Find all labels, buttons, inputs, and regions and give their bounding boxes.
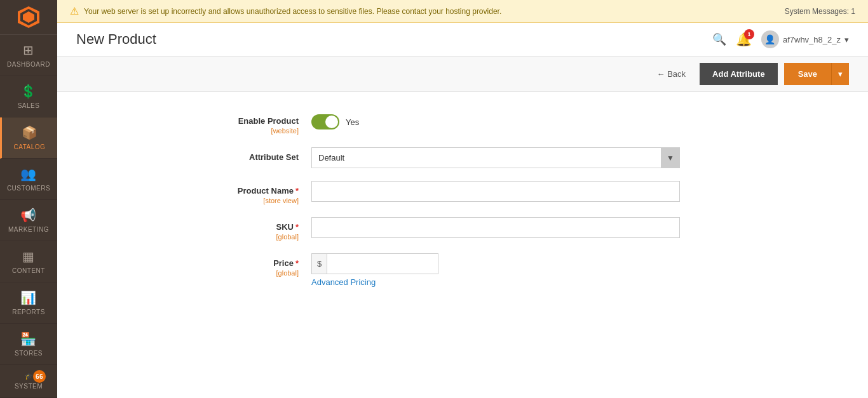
price-currency-symbol: $ — [312, 254, 327, 274]
enable-product-control: Yes — [311, 111, 756, 129]
enable-product-toggle[interactable] — [311, 114, 339, 129]
sidebar-item-label: SYSTEM — [15, 383, 43, 390]
user-avatar: 👤 — [761, 30, 779, 48]
sidebar-item-stores[interactable]: 🏪 STORES — [0, 324, 57, 365]
system-messages-link[interactable]: System Messages: 1 — [785, 7, 855, 16]
price-row: Price* [global] $ Advanced Pricing — [184, 253, 756, 287]
product-name-label-group: Product Name* [store view] — [184, 181, 311, 204]
user-dropdown-icon: ▾ — [844, 35, 849, 44]
sales-icon: 💲 — [20, 84, 37, 99]
enable-product-label: Enable Product — [238, 116, 299, 126]
sidebar-item-sales[interactable]: 💲 SALES — [0, 76, 57, 117]
sku-row: SKU* [global] — [184, 217, 756, 241]
product-name-required: * — [295, 186, 299, 196]
sidebar-item-label: DASHBOARD — [7, 61, 50, 68]
sku-input[interactable] — [311, 217, 680, 238]
sku-required: * — [295, 222, 299, 232]
product-form: Enable Product [website] Yes Attribu — [57, 92, 868, 398]
toggle-row: Yes — [311, 111, 756, 129]
sidebar-item-content[interactable]: ▦ CONTENT — [0, 241, 57, 282]
product-name-control — [311, 181, 756, 202]
price-label: Price* — [273, 258, 299, 268]
sidebar-item-system[interactable]: 66 🎓 SYSTEM — [0, 365, 57, 398]
product-name-input[interactable] — [311, 181, 680, 202]
price-input-wrap: $ — [311, 253, 438, 274]
alert-bar: ⚠ Your web server is set up incorrectly … — [57, 0, 868, 23]
user-name: af7whv_h8_2_z — [783, 35, 841, 44]
sidebar-item-reports[interactable]: 📊 REPORTS — [0, 282, 57, 324]
enable-product-sublabel: [website] — [184, 127, 299, 135]
customers-icon: 👥 — [20, 166, 37, 182]
back-button[interactable]: ← Back — [649, 64, 694, 84]
add-attribute-button[interactable]: Add Attribute — [700, 63, 778, 85]
sku-label: SKU* — [276, 222, 299, 232]
sidebar-item-customers[interactable]: 👥 CUSTOMERS — [0, 159, 57, 200]
product-name-sublabel: [store view] — [184, 197, 299, 204]
content-icon: ▦ — [22, 249, 35, 264]
sidebar-item-label: MARKETING — [8, 226, 49, 233]
sidebar-item-catalog[interactable]: 📦 CATALOG — [0, 117, 57, 159]
top-header: New Product 🔍 🔔 1 👤 af7whv_h8_2_z ▾ — [57, 23, 868, 56]
product-name-label: Product Name* — [238, 186, 299, 196]
toggle-yes-label: Yes — [346, 117, 359, 127]
save-dropdown-icon: ▾ — [838, 69, 843, 79]
catalog-icon: 📦 — [22, 125, 38, 140]
sku-sublabel: [global] — [184, 233, 299, 241]
warning-icon: ⚠ — [70, 5, 79, 17]
dashboard-icon: ⊞ — [23, 43, 34, 58]
system-icon: 🎓 — [25, 373, 33, 380]
marketing-icon: 📢 — [20, 208, 37, 223]
sku-control — [311, 217, 756, 238]
sku-label-group: SKU* [global] — [184, 217, 311, 241]
system-messages-anchor[interactable]: System Messages: 1 — [785, 7, 855, 16]
main-content: ⚠ Your web server is set up incorrectly … — [57, 0, 868, 398]
attribute-set-select-wrap: Default ▼ — [311, 147, 680, 168]
enable-product-row: Enable Product [website] Yes — [184, 111, 756, 135]
alert-message: Your web server is set up incorrectly an… — [84, 7, 501, 16]
search-button[interactable]: 🔍 — [712, 32, 726, 46]
advanced-pricing-link[interactable]: Advanced Pricing — [311, 277, 756, 287]
sidebar-item-label: CONTENT — [12, 267, 45, 274]
notification-badge: 1 — [744, 29, 754, 39]
attribute-set-control: Default ▼ — [311, 147, 756, 168]
attribute-set-row: Attribute Set Default ▼ — [184, 147, 756, 168]
user-menu[interactable]: 👤 af7whv_h8_2_z ▾ — [761, 30, 849, 48]
save-dropdown-button[interactable]: ▾ — [831, 63, 849, 85]
sidebar-item-label: CUSTOMERS — [7, 185, 50, 192]
sidebar-item-label: CATALOG — [14, 143, 46, 150]
sidebar-item-label: REPORTS — [12, 308, 45, 315]
reports-icon: 📊 — [20, 290, 37, 305]
enable-product-label-group: Enable Product [website] — [184, 111, 311, 135]
action-bar: ← Back Add Attribute Save ▾ — [57, 56, 868, 92]
alert-left: ⚠ Your web server is set up incorrectly … — [70, 5, 501, 17]
sidebar: ⊞ DASHBOARD 💲 SALES 📦 CATALOG 👥 CUSTOMER… — [0, 0, 57, 398]
header-actions: 🔍 🔔 1 👤 af7whv_h8_2_z ▾ — [712, 30, 849, 48]
toggle-slider — [311, 114, 339, 129]
save-button-group: Save ▾ — [784, 63, 849, 85]
attribute-set-label: Attribute Set — [249, 152, 299, 162]
sidebar-item-label: STORES — [15, 350, 43, 357]
sidebar-item-marketing[interactable]: 📢 MARKETING — [0, 200, 57, 241]
price-label-group: Price* [global] — [184, 253, 311, 277]
system-badge-count: 66 — [33, 370, 46, 383]
logo — [0, 0, 57, 35]
price-control: $ Advanced Pricing — [311, 253, 756, 287]
page-title: New Product — [76, 31, 156, 48]
product-name-row: Product Name* [store view] — [184, 181, 756, 204]
sidebar-item-dashboard[interactable]: ⊞ DASHBOARD — [0, 35, 57, 76]
notifications-button[interactable]: 🔔 1 — [736, 32, 752, 47]
toggle-knob — [325, 116, 338, 128]
save-button[interactable]: Save — [784, 63, 831, 85]
stores-icon: 🏪 — [20, 331, 37, 347]
attribute-set-select[interactable]: Default — [311, 147, 680, 168]
price-required: * — [295, 258, 299, 268]
sidebar-bottom: 66 🎓 SYSTEM — [0, 365, 57, 398]
attribute-set-label-group: Attribute Set — [184, 147, 311, 162]
sidebar-item-label: SALES — [18, 102, 40, 109]
price-input[interactable] — [327, 254, 416, 274]
price-sublabel: [global] — [184, 269, 299, 277]
